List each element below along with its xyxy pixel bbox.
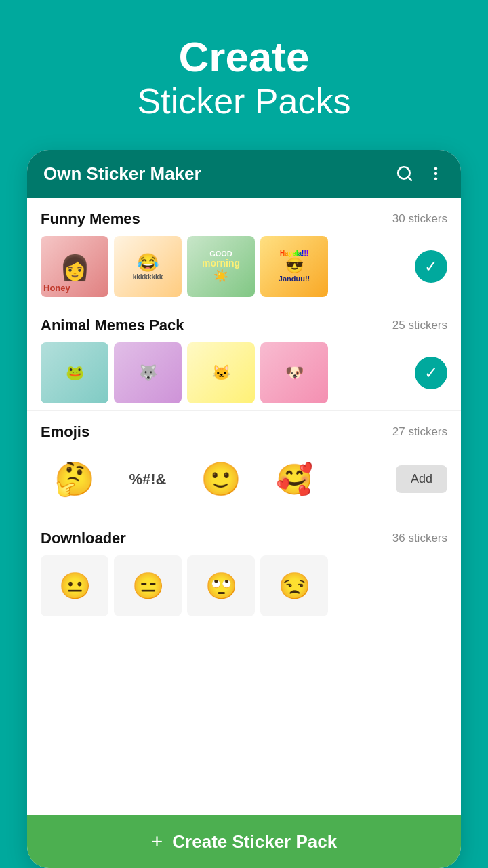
sticker-morning-text: morning <box>202 258 240 269</box>
sticker-hearts-face: 🥰 <box>260 449 328 510</box>
sticker-troll3: 🙄 <box>187 555 255 616</box>
pack-downloader: Downloader 36 stickers 😐 😑 🙄 😒 <box>27 517 461 623</box>
phone-card: Own Sticker Maker Funny Memes <box>27 150 461 868</box>
sticker-good-morning: GOOD morning ☀️ <box>187 236 255 297</box>
create-plus-icon: + <box>151 830 163 853</box>
svg-point-2 <box>434 167 437 170</box>
pack-emojis-name: Emojis <box>41 423 89 441</box>
sticker-honey-figure: 👩 <box>60 254 90 282</box>
pack-funny-stickers: 👩 Honey 😂 kkkkkkkk GOOD morning ☀️ Hayel… <box>41 236 447 297</box>
sticker-lightbulb: 🙂 <box>187 449 255 510</box>
sticker-troll2: 😑 <box>114 555 182 616</box>
pack-funny-name: Funny Memes <box>41 210 140 228</box>
pack-emojis: Emojis 27 stickers 🤔 %#!& 🙂 🥰 Add <box>27 411 461 517</box>
pack-funny-header: Funny Memes 30 stickers <box>41 210 447 228</box>
sticker-cursing: %#!& <box>114 449 182 510</box>
sticker-good-text: GOOD <box>209 250 232 258</box>
pack-animal-added-icon: ✓ <box>415 357 447 389</box>
pack-emojis-add-button[interactable]: Add <box>396 465 447 493</box>
sticker-kkkk-text: kkkkkkkk <box>133 273 163 281</box>
svg-point-4 <box>434 177 437 180</box>
pack-funny-count: 30 stickers <box>392 212 447 226</box>
pack-downloader-name: Downloader <box>41 530 126 547</box>
pack-emojis-stickers: 🤔 %#!& 🙂 🥰 Add <box>41 449 447 510</box>
create-btn-label: Create Sticker Pack <box>172 831 337 852</box>
app-title: Own Sticker Maker <box>43 163 201 184</box>
svg-point-3 <box>434 172 437 175</box>
pack-funny-memes: Funny Memes 30 stickers 👩 Honey 😂 kkkkkk… <box>27 198 461 304</box>
sticker-honey: 👩 Honey <box>41 236 108 297</box>
app-bar: Own Sticker Maker <box>27 150 461 198</box>
sticker-janduu-text: Janduu!! <box>279 275 310 283</box>
sticker-husky: 🐺 <box>114 342 182 403</box>
pack-animal-memes: Animal Memes Pack 25 stickers 🐸 🐺 🐱 🐶 ✓ <box>27 304 461 411</box>
pack-animal-name: Animal Memes Pack <box>41 317 184 334</box>
sticker-troll1: 😐 <box>41 555 108 616</box>
sticker-kkkk-face: 😂 <box>137 252 159 273</box>
sticker-kkkk: 😂 kkkkkkkk <box>114 236 182 297</box>
sticker-honey-label: Honey <box>43 283 70 293</box>
pack-downloader-count: 36 stickers <box>392 532 447 545</box>
pack-animal-header: Animal Memes Pack 25 stickers <box>41 317 447 334</box>
more-options-icon[interactable] <box>427 165 445 182</box>
pack-animal-count: 25 stickers <box>392 319 447 332</box>
pack-downloader-stickers: 😐 😑 🙄 😒 <box>41 555 447 616</box>
app-bar-actions <box>396 165 445 182</box>
search-icon[interactable] <box>396 165 413 182</box>
sticker-cat: 🐱 <box>187 342 255 403</box>
pack-emojis-header: Emojis 27 stickers <box>41 423 447 441</box>
svg-line-1 <box>408 177 411 180</box>
sticker-morning-icon: ☀️ <box>214 269 228 283</box>
sticker-troll4: 😒 <box>260 555 328 616</box>
sticker-hayela-text: Hayela!!! <box>280 250 308 257</box>
content-area: Funny Memes 30 stickers 👩 Honey 😂 kkkkkk… <box>27 198 461 815</box>
header-section: Create Sticker Packs <box>138 34 351 123</box>
header-subtitle: Sticker Packs <box>138 80 351 122</box>
header-create: Create <box>138 34 351 80</box>
create-sticker-pack-button[interactable]: + Create Sticker Pack <box>27 815 461 868</box>
sticker-pepe: 🐸 <box>41 342 108 403</box>
pack-funny-added-icon: ✓ <box>415 250 447 283</box>
pack-downloader-header: Downloader 36 stickers <box>41 530 447 547</box>
pack-animal-stickers: 🐸 🐺 🐱 🐶 ✓ <box>41 342 447 403</box>
sticker-hayela-figure: 😎 <box>285 257 304 275</box>
sticker-thinking: 🤔 <box>41 449 108 510</box>
pack-emojis-count: 27 stickers <box>392 425 447 439</box>
sticker-girl-dog: 🐶 <box>260 342 328 403</box>
sticker-hayela: Hayela!!! 😎 Janduu!! <box>260 236 328 297</box>
